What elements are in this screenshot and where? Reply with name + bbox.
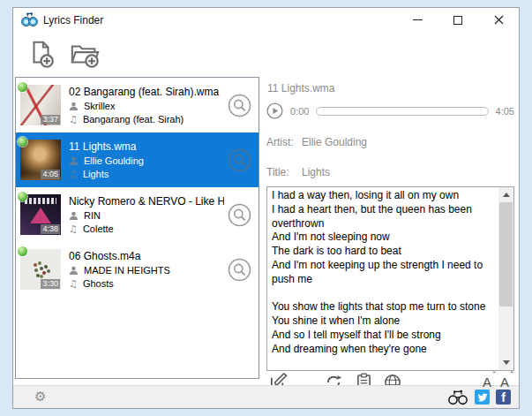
now-playing-filename: 11 Lights.wma — [267, 82, 514, 95]
scroll-thumb[interactable] — [499, 202, 513, 306]
twitter-button[interactable] — [475, 390, 490, 405]
app-logo-icon[interactable] — [21, 12, 38, 27]
song-icon: ♫ — [69, 279, 78, 289]
lyrics-found-dot-icon — [18, 82, 27, 92]
track-row-lights[interactable]: 4:05 11 Lights.wma Ellie Goulding ♫ Ligh… — [16, 132, 259, 187]
track-filename: 02 Bangarang (feat. Sirah).wma — [69, 86, 224, 98]
track-artist: MADE IN HEIGHTS — [84, 265, 170, 276]
search-lyrics-button[interactable] — [228, 203, 251, 227]
total-time: 4:05 — [496, 106, 514, 117]
album-art: 3:37 — [20, 85, 61, 125]
add-folder-button[interactable] — [68, 38, 101, 71]
font-decrease-button[interactable]: Aˇ — [483, 375, 491, 389]
facebook-f-icon: f — [501, 391, 506, 405]
settings-button[interactable]: ⚙ — [34, 390, 46, 404]
scroll-track[interactable] — [498, 202, 513, 355]
title-value[interactable]: Lights — [302, 166, 330, 178]
track-song: Bangarang (feat. Sirah) — [83, 114, 184, 125]
track-row-bangarang[interactable]: 3:37 02 Bangarang (feat. Sirah).wma Skri… — [16, 78, 259, 132]
album-art: 4:38 — [20, 194, 61, 235]
scroll-down-icon — [503, 360, 510, 365]
title-label: Title: — [266, 166, 302, 178]
album-art: 4:05 — [20, 140, 61, 180]
song-icon: ♫ — [69, 170, 78, 179]
close-button[interactable] — [478, 8, 519, 32]
scroll-up-button[interactable] — [498, 187, 513, 202]
player-controls: 0:00 4:05 — [266, 102, 514, 119]
facebook-button[interactable]: f — [496, 390, 511, 405]
window-title: Lyrics Finder — [43, 14, 103, 26]
status-bar: ⚙ f — [13, 385, 519, 408]
artist-icon — [69, 266, 79, 276]
add-folder-icon — [69, 39, 101, 69]
search-lyrics-button[interactable] — [228, 94, 251, 117]
twitter-bird-icon — [477, 392, 488, 403]
track-song: Colette — [83, 223, 114, 234]
track-row-ghosts[interactable]: 3:30 06 Ghosts.m4a MADE IN HEIGHTS ♫ Gho… — [16, 242, 259, 297]
track-song: Lights — [83, 169, 109, 179]
progress-bar[interactable] — [316, 107, 488, 116]
font-increase-button[interactable]: Aˆ — [500, 375, 509, 389]
track-song: Ghosts — [83, 278, 114, 289]
song-icon: ♫ — [69, 224, 78, 234]
artist-value[interactable]: Ellie Goulding — [302, 136, 367, 148]
add-file-button[interactable] — [25, 38, 57, 71]
lyrics-found-dot-icon — [18, 246, 27, 256]
minimize-icon — [413, 19, 423, 20]
scroll-up-icon — [503, 193, 510, 197]
search-lyrics-button[interactable] — [228, 148, 251, 172]
elapsed-time: 0:00 — [290, 106, 309, 117]
lyrics-found-dot-icon — [18, 192, 27, 201]
track-filename: Nicky Romero & NERVO - Like Ho... — [69, 195, 224, 208]
track-artist: RIN — [84, 210, 101, 221]
search-lyrics-button[interactable] — [228, 258, 251, 282]
lyrics-found-dot-icon — [18, 137, 27, 147]
lyrics-editor[interactable]: I had a way then, losing it all on my ow… — [266, 186, 514, 371]
caret-down-icon: ˇ — [492, 369, 496, 382]
track-filename: 06 Ghosts.m4a — [69, 250, 224, 262]
artist-icon — [69, 156, 79, 166]
titlebar: Lyrics Finder — [13, 8, 519, 32]
add-file-icon — [26, 39, 56, 69]
play-button[interactable] — [266, 102, 283, 119]
scroll-down-button[interactable] — [498, 355, 513, 370]
duration-badge: 3:37 — [41, 115, 60, 125]
duration-badge: 4:05 — [41, 170, 60, 179]
duration-badge: 3:30 — [41, 279, 60, 289]
track-artist: Ellie Goulding — [84, 155, 144, 166]
track-list: 3:37 02 Bangarang (feat. Sirah).wma Skri… — [15, 77, 259, 379]
main-toolbar — [13, 32, 519, 76]
lyrics-scrollbar[interactable] — [498, 187, 513, 370]
close-icon — [494, 15, 504, 25]
song-icon: ♫ — [69, 115, 78, 125]
track-row-like-home[interactable]: 4:38 Nicky Romero & NERVO - Like Ho... R… — [16, 187, 259, 242]
caret-up-icon: ˆ — [510, 369, 513, 382]
track-filename: 11 Lights.wma — [69, 140, 224, 153]
artist-icon — [69, 211, 79, 221]
lyrics-text[interactable]: I had a way then, losing it all on my ow… — [267, 187, 498, 370]
details-panel: 11 Lights.wma 0:00 4:05 Artist: Ellie Go… — [264, 77, 516, 379]
artist-icon — [69, 102, 79, 111]
duration-badge: 4:38 — [41, 224, 60, 234]
minimize-button[interactable] — [397, 8, 438, 32]
app-window: Lyrics Finder — [12, 7, 520, 409]
album-art: 3:30 — [20, 249, 61, 290]
maximize-button[interactable] — [438, 8, 478, 32]
track-artist: Skrillex — [84, 101, 115, 111]
app-binoculars-icon[interactable] — [447, 390, 468, 405]
main-content: 3:37 02 Bangarang (feat. Sirah).wma Skri… — [13, 76, 519, 385]
maximize-icon — [453, 16, 462, 25]
artist-label: Artist: — [266, 136, 302, 148]
